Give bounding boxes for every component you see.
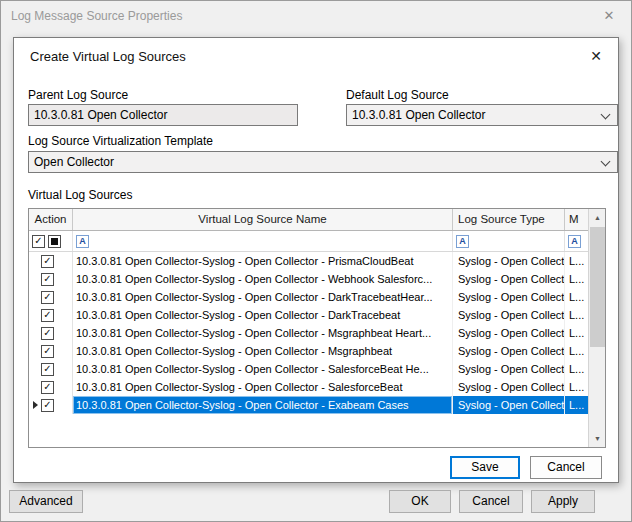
row-type: Syslog - Open Collect... (453, 342, 565, 360)
row-checkbox[interactable]: ✓ (41, 399, 54, 412)
apply-button[interactable]: Apply (531, 490, 595, 513)
row-name: 10.3.0.81 Open Collector-Syslog - Open C… (73, 288, 453, 306)
dialog-close-icon[interactable]: ✕ (586, 46, 606, 66)
parent-log-source-label: Parent Log Source (28, 88, 128, 102)
column-header-name[interactable]: Virtual Log Source Name (73, 209, 453, 230)
row-action-cell: ✓ (29, 252, 73, 270)
check-icon: ✓ (43, 292, 51, 302)
check-icon: ✓ (43, 364, 51, 374)
row-m: L... (565, 288, 588, 306)
row-type: Syslog - Open Collect... (453, 270, 565, 288)
row-name: 10.3.0.81 Open Collector-Syslog - Open C… (73, 270, 453, 288)
row-m: L... (565, 270, 588, 288)
select-all-checkbox[interactable]: ✓ (32, 235, 45, 248)
row-type: Syslog - Open Collect... (453, 396, 565, 414)
row-checkbox[interactable]: ✓ (41, 255, 54, 268)
row-checkbox[interactable]: ✓ (41, 327, 54, 340)
row-type: Syslog - Open Collect... (453, 360, 565, 378)
row-m: L... (565, 378, 588, 396)
check-icon: ✓ (43, 346, 51, 356)
outer-window: Log Message Source Properties ✕ Create V… (0, 0, 632, 522)
row-m: L... (565, 324, 588, 342)
table-row-selected[interactable]: ✓ 10.3.0.81 Open Collector-Syslog - Open… (29, 396, 588, 414)
default-log-source-label: Default Log Source (346, 88, 449, 102)
row-type: Syslog - Open Collect... (453, 378, 565, 396)
scrollbar-thumb[interactable] (590, 227, 605, 347)
table-row[interactable]: ✓ 10.3.0.81 Open Collector-Syslog - Open… (29, 342, 588, 360)
advanced-button[interactable]: Advanced (9, 490, 83, 513)
row-m: L... (565, 342, 588, 360)
row-checkbox[interactable]: ✓ (41, 345, 54, 358)
row-action-cell: ✓ (29, 360, 73, 378)
row-action-cell: ✓ (29, 324, 73, 342)
virtual-log-sources-label: Virtual Log Sources (28, 188, 133, 202)
row-indicator (29, 401, 41, 409)
check-icon: ✓ (43, 400, 51, 410)
filter-a-icon[interactable]: A (568, 235, 581, 248)
default-log-source-combo[interactable]: 10.3.0.81 Open Collector (346, 104, 618, 126)
row-type: Syslog - Open Collect... (453, 252, 565, 270)
row-action-cell: ✓ (29, 342, 73, 360)
virtual-log-sources-grid: Action Virtual Log Source Name Log Sourc… (28, 208, 606, 448)
grid-filter-row: ✓ A A A (29, 231, 588, 252)
check-icon: ✓ (43, 310, 51, 320)
window-title: Log Message Source Properties (11, 9, 182, 23)
filter-a-icon[interactable]: A (456, 235, 469, 248)
scroll-up-icon[interactable]: ▲ (589, 209, 606, 226)
row-action-cell: ✓ (29, 306, 73, 324)
row-indicator-icon (33, 401, 38, 409)
check-icon: ✓ (43, 382, 51, 392)
template-value: Open Collector (34, 155, 114, 169)
row-m: L... (565, 252, 588, 270)
table-row[interactable]: ✓ 10.3.0.81 Open Collector-Syslog - Open… (29, 252, 588, 270)
row-m: L... (565, 360, 588, 378)
row-checkbox[interactable]: ✓ (41, 381, 54, 394)
table-row[interactable]: ✓ 10.3.0.81 Open Collector-Syslog - Open… (29, 288, 588, 306)
filter-m-cell: A (565, 231, 588, 251)
row-checkbox[interactable]: ✓ (41, 309, 54, 322)
vertical-scrollbar[interactable]: ▲ ▼ (588, 209, 605, 447)
template-label: Log Source Virtualization Template (28, 134, 213, 148)
row-m: L... (565, 306, 588, 324)
column-header-type[interactable]: Log Source Type (453, 209, 565, 230)
parent-log-source-field[interactable]: 10.3.0.81 Open Collector (28, 104, 298, 126)
grid-header-row: Action Virtual Log Source Name Log Sourc… (29, 209, 588, 231)
ok-button[interactable]: OK (389, 490, 451, 513)
row-checkbox[interactable]: ✓ (41, 363, 54, 376)
table-row[interactable]: ✓ 10.3.0.81 Open Collector-Syslog - Open… (29, 360, 588, 378)
filter-type-cell: A (453, 231, 565, 251)
scroll-down-icon[interactable]: ▼ (589, 430, 606, 447)
row-action-cell: ✓ (29, 378, 73, 396)
chevron-down-icon (601, 110, 611, 120)
row-m: L... (565, 396, 588, 414)
column-header-m[interactable]: M (565, 209, 588, 230)
check-icon: ✓ (43, 256, 51, 266)
indeterminate-square-icon[interactable] (48, 235, 61, 248)
row-checkbox[interactable]: ✓ (41, 273, 54, 286)
table-row[interactable]: ✓ 10.3.0.81 Open Collector-Syslog - Open… (29, 324, 588, 342)
row-name: 10.3.0.81 Open Collector-Syslog - Open C… (73, 252, 453, 270)
filter-name-cell: A (73, 231, 453, 251)
column-header-action[interactable]: Action (29, 209, 73, 230)
table-row[interactable]: ✓ 10.3.0.81 Open Collector-Syslog - Open… (29, 306, 588, 324)
table-row[interactable]: ✓ 10.3.0.81 Open Collector-Syslog - Open… (29, 378, 588, 396)
dialog-cancel-button[interactable]: Cancel (530, 456, 602, 479)
row-name: 10.3.0.81 Open Collector-Syslog - Open C… (73, 342, 453, 360)
row-type: Syslog - Open Collect... (453, 306, 565, 324)
filter-a-icon[interactable]: A (76, 235, 89, 248)
table-row[interactable]: ✓ 10.3.0.81 Open Collector-Syslog - Open… (29, 270, 588, 288)
row-type: Syslog - Open Collect... (453, 324, 565, 342)
check-icon: ✓ (43, 328, 51, 338)
template-combo[interactable]: Open Collector (28, 151, 618, 173)
save-button[interactable]: Save (450, 456, 520, 479)
row-action-cell: ✓ (29, 396, 73, 414)
check-icon: ✓ (34, 236, 42, 246)
row-checkbox[interactable]: ✓ (41, 291, 54, 304)
dialog-title: Create Virtual Log Sources (30, 49, 186, 64)
cancel-button[interactable]: Cancel (459, 490, 523, 513)
filter-action-cell: ✓ (29, 231, 73, 251)
row-name: 10.3.0.81 Open Collector-Syslog - Open C… (73, 360, 453, 378)
close-icon[interactable]: ✕ (587, 1, 631, 31)
title-bar: Log Message Source Properties ✕ (1, 1, 631, 31)
row-type: Syslog - Open Collect... (453, 288, 565, 306)
